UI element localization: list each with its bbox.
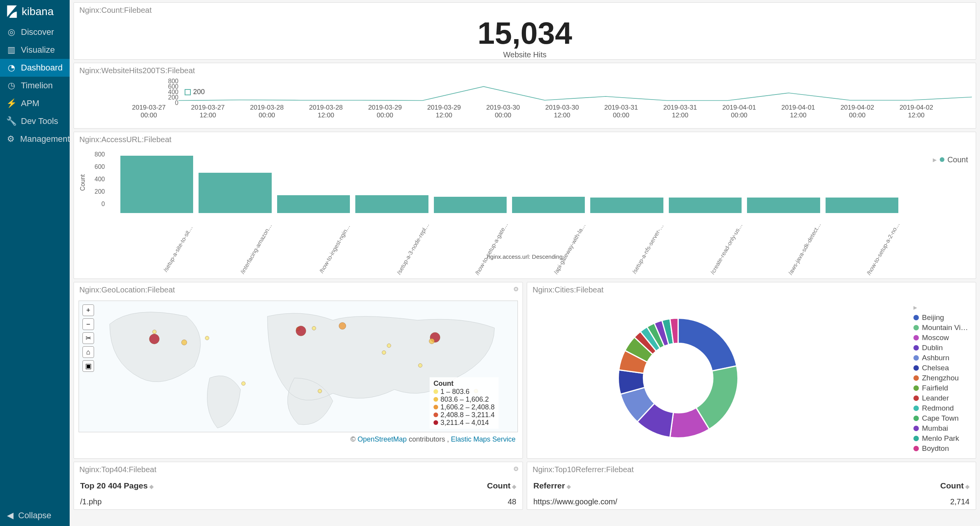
legend-item[interactable]: Beijing <box>913 313 968 322</box>
osm-link[interactable]: OpenStreetMap <box>358 435 407 443</box>
legend-label: Dublin <box>922 344 943 352</box>
svg-point-6 <box>312 326 316 330</box>
legend-label: Redmond <box>922 404 954 413</box>
crop-button[interactable]: ✂ <box>82 332 94 344</box>
metric-value: 15,034 <box>74 18 976 49</box>
bar[interactable] <box>826 198 898 213</box>
legend-item[interactable]: Mumbai <box>913 424 968 433</box>
svg-point-5 <box>296 326 306 336</box>
panel-cities: Nginx:Cities:Filebeat ▸BeijingMountain V… <box>527 282 976 459</box>
bar[interactable] <box>669 198 742 213</box>
bar-labels: /setup-a-site-to-sit…/interfacing-amazon… <box>86 215 964 250</box>
panel-geolocation: ⚙ Nginx:GeoLocation:Filebeat + − ✂ ⌂ ▣ C… <box>74 282 523 459</box>
bar[interactable] <box>747 198 820 213</box>
legend-label: 1,606.2 – 2,408.8 <box>440 403 495 411</box>
legend-item[interactable]: Boydton <box>913 444 968 453</box>
nav-item-apm[interactable]: ⚡APM <box>0 95 70 112</box>
timeseries-chart[interactable] <box>178 79 972 102</box>
legend-swatch <box>913 355 919 361</box>
svg-point-14 <box>242 382 245 385</box>
bar-y-axis: 8006004002000 <box>89 151 105 213</box>
legend-item[interactable]: Ashburn <box>913 354 968 362</box>
bar-y-label: Count <box>79 174 86 191</box>
bar[interactable] <box>434 197 507 213</box>
svg-point-10 <box>387 344 391 347</box>
bar[interactable] <box>512 197 585 213</box>
ts-legend[interactable]: 200 <box>182 87 207 97</box>
bar-legend[interactable]: ▸ Count <box>933 155 968 164</box>
bar[interactable] <box>355 195 428 213</box>
panel-barchart: Nginx:AccessURL:Filebeat Count 800600400… <box>74 132 976 279</box>
legend-swatch <box>433 389 438 394</box>
bar[interactable] <box>120 156 193 213</box>
table-row[interactable]: /1.php48 <box>74 494 523 509</box>
legend-item[interactable]: Moscow <box>913 333 968 342</box>
legend-item[interactable]: Cape Town <box>913 414 968 423</box>
bar-row[interactable] <box>86 151 964 213</box>
panel-title: Nginx:Cities:Filebeat <box>527 282 976 297</box>
zoom-out-button[interactable]: − <box>82 318 94 330</box>
collapse-button[interactable]: ◀ Collapse <box>0 505 70 526</box>
legend-label: Ashburn <box>922 354 949 362</box>
nav-label: APM <box>21 98 39 108</box>
gear-icon[interactable]: ⚙ <box>513 285 519 293</box>
legend-item[interactable]: Redmond <box>913 404 968 413</box>
legend-label: Boydton <box>922 444 949 453</box>
nav-item-timelion[interactable]: ◷Timelion <box>0 77 70 95</box>
chevron-left-icon: ◀ <box>7 511 14 521</box>
legend-item[interactable]: Fairfield <box>913 384 968 392</box>
panel-metric: Nginx:Count:Filebeat 15,034 Website Hits <box>74 2 976 60</box>
legend-item[interactable]: Menlo Park <box>913 434 968 443</box>
clock-icon: ◷ <box>7 81 15 90</box>
panel-top404: ⚙ Nginx:Top404:Filebeat Top 20 404 Pages… <box>74 462 523 510</box>
bar-chart-icon: ▥ <box>7 46 15 54</box>
bar[interactable] <box>199 173 271 213</box>
nav-item-discover[interactable]: ◎Discover <box>0 23 70 41</box>
sidebar: kibana ◎Discover▥Visualize◔Dashboard◷Tim… <box>0 0 70 526</box>
top404-table: Top 20 404 Pages◆ Count◆ /1.php48 <box>74 477 523 509</box>
donut-legend: ▸BeijingMountain Vi…MoscowDublinAshburnC… <box>913 303 968 453</box>
col-count[interactable]: Count◆ <box>840 477 976 494</box>
donut-chart[interactable] <box>612 312 744 444</box>
collapse-label: Collapse <box>18 511 51 521</box>
legend-swatch <box>433 397 438 402</box>
nav-label: Discover <box>21 27 54 37</box>
compass-icon: ◎ <box>7 28 15 36</box>
home-button[interactable]: ⌂ <box>82 346 94 358</box>
panel-referrer: Nginx:Top10Referrer:Filebeat Referrer◆ C… <box>527 462 976 510</box>
legend-label: Mumbai <box>922 424 948 433</box>
legend-label: Beijing <box>922 313 944 322</box>
bar[interactable] <box>277 195 350 213</box>
map-legend-title: Count <box>433 380 495 388</box>
legend-item[interactable]: Leander <box>913 394 968 402</box>
panel-timeseries: Nginx:WebsiteHits200TS:Filebeat 80060040… <box>74 63 976 129</box>
nav-item-visualize[interactable]: ▥Visualize <box>0 41 70 59</box>
svg-point-11 <box>382 351 386 354</box>
bar[interactable] <box>590 198 663 213</box>
zoom-in-button[interactable]: + <box>82 304 94 316</box>
brand: kibana <box>0 0 70 23</box>
legend-item[interactable]: Zhengzhou <box>913 374 968 382</box>
nav-label: Management <box>20 134 70 144</box>
col-page[interactable]: Top 20 404 Pages◆ <box>74 477 376 494</box>
nav-item-dashboard[interactable]: ◔Dashboard <box>0 59 70 77</box>
legend-swatch <box>433 413 438 417</box>
svg-point-13 <box>318 389 322 393</box>
fit-button[interactable]: ▣ <box>82 360 94 372</box>
col-count[interactable]: Count◆ <box>376 477 523 494</box>
svg-point-0 <box>149 334 159 344</box>
gear-icon[interactable]: ⚙ <box>513 465 519 473</box>
legend-item[interactable]: Dublin <box>913 344 968 352</box>
legend-item[interactable]: Chelsea <box>913 364 968 372</box>
legend-item[interactable]: Mountain Vi… <box>913 323 968 332</box>
legend-swatch <box>913 335 919 340</box>
nav-item-dev-tools[interactable]: 🔧Dev Tools <box>0 112 70 130</box>
ems-link[interactable]: Elastic Maps Service <box>451 435 516 443</box>
map-legend: Count 1 – 803.6803.6 – 1,606.21,606.2 – … <box>430 377 499 429</box>
metric-sub: Website Hits <box>74 50 976 59</box>
nav-item-management[interactable]: ⚙Management <box>0 130 70 148</box>
col-referrer[interactable]: Referrer◆ <box>527 477 840 494</box>
dashboard-main: Nginx:Count:Filebeat 15,034 Website Hits… <box>70 0 980 526</box>
table-row[interactable]: https://www.google.com/2,714 <box>527 494 976 509</box>
kibana-logo-icon <box>7 5 18 18</box>
